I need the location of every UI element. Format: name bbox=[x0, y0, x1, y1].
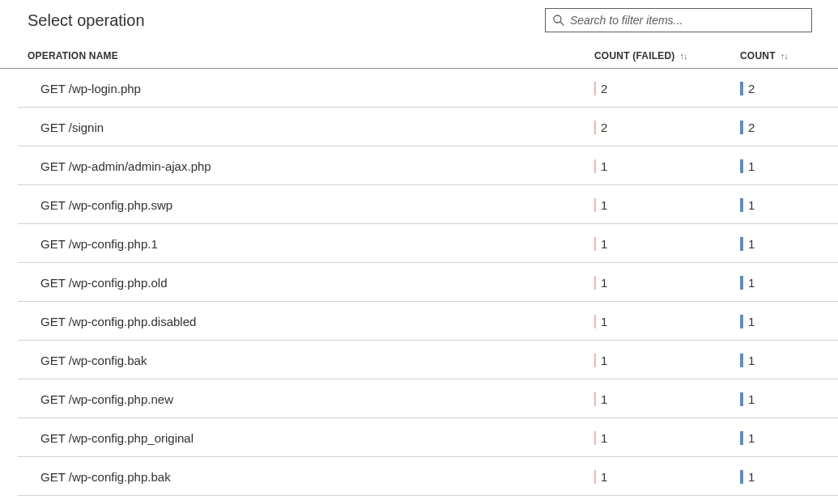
count-failed-cell: 2 bbox=[594, 121, 740, 134]
count-value: 1 bbox=[748, 276, 755, 290]
search-input-wrapper[interactable] bbox=[545, 8, 812, 32]
count-value: 1 bbox=[748, 392, 755, 406]
page-title: Select operation bbox=[28, 11, 145, 30]
table-row[interactable]: GET /wp-config.php.swp 1 1 bbox=[0, 185, 838, 224]
count-failed-cell: 1 bbox=[594, 354, 740, 367]
count-failed-cell: 1 bbox=[594, 392, 740, 406]
count-failed-value: 1 bbox=[601, 237, 607, 251]
table-row[interactable]: GET /wp-config.php.bak 1 1 bbox=[0, 457, 838, 496]
count-cell: 1 bbox=[740, 276, 822, 290]
table-row[interactable]: GET /wp-admin/admin-ajax.php 1 1 bbox=[0, 146, 838, 185]
table-row[interactable]: GET /wp-config.php_original 1 1 bbox=[0, 418, 838, 457]
sort-icon: ↑↓ bbox=[679, 51, 687, 61]
operation-name-cell: GET /wp-config.php.disabled bbox=[40, 315, 594, 328]
table-row[interactable]: GET /wp-config.php.new 1 1 bbox=[0, 379, 838, 418]
table-header: OPERATION NAME COUNT (FAILED) ↑↓ COUNT ↑… bbox=[0, 36, 838, 69]
count-failed-value: 1 bbox=[601, 198, 607, 212]
count-value: 2 bbox=[748, 82, 755, 95]
table-row[interactable]: GET /wp-login.php 2 2 bbox=[0, 69, 838, 108]
count-cell: 1 bbox=[740, 237, 822, 251]
count-value: 1 bbox=[748, 237, 755, 251]
count-failed-value: 1 bbox=[601, 431, 607, 445]
count-cell: 1 bbox=[740, 198, 822, 212]
count-value: 1 bbox=[748, 470, 755, 484]
column-header-name[interactable]: OPERATION NAME bbox=[28, 50, 594, 61]
operation-name-cell: GET /wp-config.php.swp bbox=[40, 198, 594, 212]
column-header-count-label: COUNT bbox=[740, 50, 776, 61]
count-failed-value: 1 bbox=[601, 276, 607, 290]
count-cell: 1 bbox=[740, 392, 822, 406]
count-value: 1 bbox=[748, 431, 755, 445]
table-row[interactable]: GET /wp-config.php.1 1 1 bbox=[0, 224, 838, 263]
operation-name-cell: GET /wp-config.php.old bbox=[40, 276, 594, 290]
count-failed-cell: 2 bbox=[594, 82, 740, 95]
operation-name-cell: GET /signin bbox=[40, 121, 594, 134]
operation-name-cell: GET /wp-admin/admin-ajax.php bbox=[40, 159, 594, 173]
count-value: 1 bbox=[748, 159, 755, 173]
column-header-failed[interactable]: COUNT (FAILED) ↑↓ bbox=[594, 50, 740, 61]
count-failed-value: 1 bbox=[601, 315, 607, 328]
operation-name-cell: GET /wp-config.php.new bbox=[40, 392, 594, 406]
search-input[interactable] bbox=[570, 14, 805, 27]
count-failed-value: 2 bbox=[601, 121, 607, 134]
count-failed-value: 1 bbox=[601, 392, 607, 406]
svg-line-1 bbox=[560, 22, 564, 25]
count-failed-cell: 1 bbox=[594, 315, 740, 328]
table-row[interactable]: GET /wp-config.php.disabled 1 1 bbox=[0, 302, 838, 341]
count-failed-value: 1 bbox=[601, 354, 607, 367]
operation-name-cell: GET /wp-config.php.bak bbox=[40, 470, 594, 484]
count-failed-cell: 1 bbox=[594, 431, 740, 445]
table-body: GET /wp-login.php 2 2 GET /signin 2 2 GE… bbox=[0, 69, 838, 496]
table-row[interactable]: GET /wp-config.php.old 1 1 bbox=[0, 263, 838, 302]
operation-name-cell: GET /wp-login.php bbox=[40, 82, 594, 95]
sort-icon: ↑↓ bbox=[781, 51, 788, 61]
table-row[interactable]: GET /signin 2 2 bbox=[0, 108, 838, 146]
count-failed-value: 1 bbox=[601, 159, 607, 173]
count-failed-cell: 1 bbox=[594, 237, 740, 251]
count-failed-cell: 1 bbox=[594, 198, 740, 212]
count-cell: 1 bbox=[740, 354, 822, 367]
count-value: 2 bbox=[748, 121, 755, 134]
count-value: 1 bbox=[748, 198, 755, 212]
search-icon bbox=[552, 14, 565, 27]
count-cell: 1 bbox=[740, 315, 822, 328]
count-failed-value: 2 bbox=[601, 82, 607, 95]
column-header-failed-label: COUNT (FAILED) bbox=[594, 50, 674, 61]
count-cell: 1 bbox=[740, 470, 822, 484]
count-cell: 2 bbox=[740, 82, 822, 95]
table-row[interactable]: GET /wp-config.bak 1 1 bbox=[0, 341, 838, 379]
count-failed-cell: 1 bbox=[594, 276, 740, 290]
operation-name-cell: GET /wp-config.bak bbox=[40, 354, 594, 367]
column-header-count[interactable]: COUNT ↑↓ bbox=[740, 50, 810, 61]
count-failed-value: 1 bbox=[601, 470, 607, 484]
count-cell: 1 bbox=[740, 159, 822, 173]
count-failed-cell: 1 bbox=[594, 159, 740, 173]
count-value: 1 bbox=[748, 354, 755, 367]
operation-name-cell: GET /wp-config.php_original bbox=[40, 431, 594, 445]
count-cell: 2 bbox=[740, 121, 822, 134]
count-failed-cell: 1 bbox=[594, 470, 740, 484]
count-cell: 1 bbox=[740, 431, 822, 445]
operation-name-cell: GET /wp-config.php.1 bbox=[40, 237, 594, 251]
count-value: 1 bbox=[748, 315, 755, 328]
